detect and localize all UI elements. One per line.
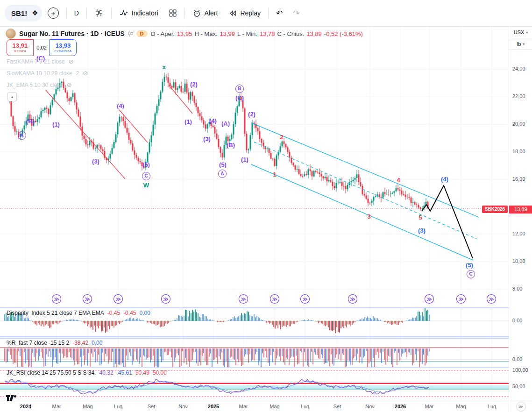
grid-layout-icon xyxy=(169,9,177,17)
wave-label[interactable]: C xyxy=(467,270,475,278)
symbol-search-button[interactable]: SB1! ❖ xyxy=(5,5,42,21)
price-tick-label: 18,00 xyxy=(512,149,525,154)
wave-label[interactable]: (3) xyxy=(203,135,211,142)
rsi-legend[interactable]: JK_RSI close 14 25 75.50 5 S S 34. 40,32… xyxy=(7,369,167,376)
scroll-right-button[interactable]: ≫ xyxy=(516,402,526,412)
wave-label[interactable]: (1) xyxy=(241,156,248,163)
wave-label[interactable]: (4) xyxy=(209,117,217,124)
time-axis-label: Mar xyxy=(425,404,434,409)
unit-selector[interactable]: lb▾ xyxy=(509,38,532,50)
disparity-value-3: 0,00 xyxy=(139,310,150,316)
svg-text:≫: ≫ xyxy=(241,296,246,302)
wave-label[interactable]: 3 xyxy=(367,213,370,220)
visibility-off-icon[interactable]: ⊘ xyxy=(83,70,88,77)
wave-label[interactable]: A xyxy=(218,170,227,178)
wave-label[interactable]: (4) xyxy=(117,102,124,109)
wave-label[interactable]: x xyxy=(162,64,165,71)
wave-label[interactable]: (5) xyxy=(219,161,227,168)
svg-text:≫: ≫ xyxy=(85,296,90,302)
price-tick-label: 50,00 xyxy=(512,384,525,389)
visibility-off-icon[interactable]: ⊘ xyxy=(69,58,74,65)
svg-text:≫: ≫ xyxy=(489,296,494,302)
layout-grid-button[interactable] xyxy=(164,5,182,21)
sell-button[interactable]: 13,91 VENDI xyxy=(7,39,34,56)
chart-style-button[interactable] xyxy=(90,5,108,21)
wave-label[interactable]: 2 xyxy=(280,134,283,141)
wave-label[interactable]: (5) xyxy=(466,262,473,269)
symbol-title[interactable]: Sugar No. 11 Futures · 1D · ICEUS xyxy=(19,30,125,37)
jkema-label: JK_EMA 5 10 30 close xyxy=(7,82,63,88)
wave-label[interactable]: (3) xyxy=(418,227,426,234)
wpr-legend[interactable]: %R_fast 7 close -15 15 2 -38,42 0,00 xyxy=(7,340,102,346)
redo-button[interactable]: ↷ xyxy=(288,5,304,21)
wave-label[interactable]: (1) xyxy=(184,118,192,125)
time-axis-label: Nov xyxy=(365,404,375,409)
close-label: C - Chius. xyxy=(277,30,305,37)
time-axis-label: Set xyxy=(333,404,341,409)
wave-label[interactable]: 1 xyxy=(273,171,276,178)
interval-button[interactable]: D xyxy=(70,5,84,21)
trade-widget: 13,91 VENDI 0,02 13,93 COMPRA xyxy=(7,39,77,56)
undo-button[interactable]: ↶ xyxy=(271,5,287,21)
time-axis-label: Set xyxy=(148,404,156,409)
rsi-value-3: 50,49 xyxy=(135,369,149,376)
collapse-legend-button[interactable]: ▴ xyxy=(7,92,17,101)
wave-label[interactable]: B xyxy=(235,85,244,93)
compare-symbol-icon[interactable]: ❖ xyxy=(32,9,38,17)
wave-label[interactable]: 5 xyxy=(419,214,422,221)
rsi-value-1: 40,32 xyxy=(99,369,113,376)
rsi-value-4: 50,00 xyxy=(153,369,167,376)
time-axis-label: Mag xyxy=(456,404,466,409)
legend-row-slowkama[interactable]: SlowKAMA 10 10 29 close 2 ⊘ xyxy=(7,70,88,77)
wave-label[interactable]: C xyxy=(142,172,150,180)
wave-label[interactable]: (3) xyxy=(92,158,99,165)
wave-label[interactable]: A xyxy=(18,131,26,140)
svg-text:≫: ≫ xyxy=(115,296,121,302)
fastkama-label: FastKAMA 7 5 21 close xyxy=(7,58,65,65)
open-value: 13,95 xyxy=(177,30,192,37)
price-tick-label: 0,00 xyxy=(512,318,522,323)
wave-label[interactable]: (2) xyxy=(248,111,255,118)
disparity-name: Disparity_Index 5 21 close 7 EMA EMA xyxy=(7,310,104,316)
wave-label[interactable]: (B) xyxy=(26,118,35,125)
wave-label[interactable]: (1) xyxy=(52,121,60,128)
alarm-clock-icon xyxy=(192,9,201,18)
price-chart-canvas[interactable]: ≫≫≫≫≫≫≫≫≫≫≫ xyxy=(0,0,532,412)
wave-label[interactable]: (5) xyxy=(142,161,150,168)
wave-label[interactable]: (A) xyxy=(221,120,230,127)
disparity-value-1: -0,45 xyxy=(107,310,120,316)
close-value: 13,89 xyxy=(306,30,322,37)
toolbar-separator xyxy=(86,8,87,18)
current-price-label: 13,89 xyxy=(509,206,532,213)
legend-row-jkema[interactable]: JK_EMA 5 10 30 close ⊘ xyxy=(7,81,72,88)
wave-label[interactable]: (4) xyxy=(441,176,448,183)
disparity-legend[interactable]: Disparity_Index 5 21 close 7 EMA EMA -0,… xyxy=(7,310,150,316)
legend-row-fastkama[interactable]: FastKAMA 7 5 21 close ⊘ xyxy=(7,58,74,65)
svg-text:≫: ≫ xyxy=(163,296,169,302)
wave-label[interactable]: W xyxy=(143,182,149,189)
currency-selector[interactable]: USX▾ xyxy=(509,27,532,38)
candlestick-icon xyxy=(94,8,104,18)
alert-button[interactable]: Alert xyxy=(188,5,223,21)
wave-label[interactable]: (B) xyxy=(227,142,235,149)
wave-label[interactable]: 4 xyxy=(397,177,400,184)
time-axis-label: Nov xyxy=(178,404,188,409)
indicators-button[interactable]: Indicatori xyxy=(114,5,163,21)
currency-label: USX xyxy=(514,29,525,35)
visibility-off-icon[interactable]: ⊘ xyxy=(67,81,72,88)
time-axis[interactable]: 2024MarMagLugSetNov2025MarMagLugSetNov20… xyxy=(0,400,509,412)
slowkama-label: SlowKAMA 10 10 29 close xyxy=(7,70,72,77)
replay-button[interactable]: Replay xyxy=(223,5,265,21)
buy-button[interactable]: 13,93 COMPRA xyxy=(50,39,77,56)
price-axis[interactable]: USX▾ lb▾ 13,89 24,0022,0020,0018,0016,00… xyxy=(509,27,532,400)
tradingview-logo[interactable] xyxy=(6,395,18,404)
wpr-name: %R_fast 7 close -15 15 2 xyxy=(7,340,69,346)
wave-label[interactable]: (C) xyxy=(235,94,244,101)
wave-label[interactable]: (2) xyxy=(190,81,198,88)
interval-badge[interactable]: D xyxy=(136,30,148,37)
top-toolbar: SB1! ❖ + D Indicatori xyxy=(0,0,532,27)
high-label: H - Max. xyxy=(194,30,217,37)
time-axis-label: 2025 xyxy=(208,404,219,409)
price-tick-label: 20,00 xyxy=(512,121,525,127)
add-symbol-button[interactable]: + xyxy=(43,5,64,21)
